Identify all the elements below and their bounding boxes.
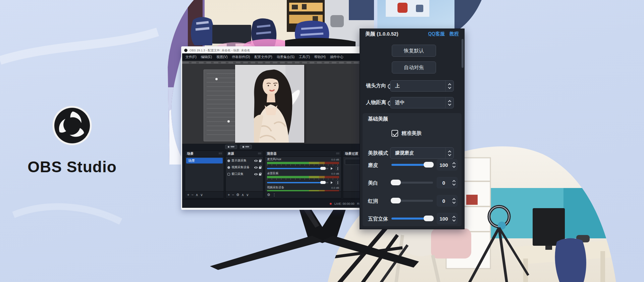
dock-grip-icon xyxy=(336,153,339,155)
whitening-slider[interactable] xyxy=(391,182,433,184)
face-3d-slider[interactable] xyxy=(391,218,433,220)
remove-source-button[interactable]: − xyxy=(232,193,234,197)
dock-grip-icon xyxy=(258,153,261,155)
sources-dock: 来源 显示器采集 视频采集设备 xyxy=(225,150,263,198)
source-properties-button[interactable]: ⚙ xyxy=(236,193,239,197)
scene-down-button[interactable]: ∨ xyxy=(200,193,203,197)
beauty-plugin-panel: 美颜 (1.0.0.52) QQ客服 教程 恢复默认 自动对焦 镜头方向? 上 … xyxy=(360,29,465,229)
remove-scene-button[interactable]: − xyxy=(191,193,193,197)
precise-skin-checkbox-row[interactable]: 精准美肤 xyxy=(391,130,422,137)
person-distance-select[interactable]: 适中 xyxy=(390,97,454,108)
basic-beauty-section: 基础美颜 精准美肤 美肤模式 朦胧磨皮 磨皮 100 美白 0 红润 0 五官 xyxy=(363,113,462,226)
obs-window-title: OBS 29.1.3 - 配置文件: 未命名 - 场景: 未命名 xyxy=(190,48,250,53)
audio-meter xyxy=(267,162,339,164)
panel-scrollbar[interactable] xyxy=(462,39,464,68)
source-item[interactable]: 视频采集设备 xyxy=(226,164,263,170)
portrait-photo xyxy=(235,65,304,143)
source-item[interactable]: 显示器采集 xyxy=(226,158,263,163)
lock-icon[interactable] xyxy=(259,160,261,162)
menu-help[interactable]: 帮助(H) xyxy=(314,55,326,59)
volume-slider[interactable] xyxy=(267,182,328,183)
channel-menu-icon[interactable] xyxy=(336,166,339,171)
live-timer: LIVE: 00:00:00 xyxy=(334,202,355,205)
face-3d-label: 五官立体 xyxy=(368,216,388,222)
smooth-skin-label: 磨皮 xyxy=(368,162,378,169)
spin-down-icon[interactable] xyxy=(452,164,455,168)
spin-down-icon[interactable] xyxy=(452,182,455,186)
menu-edit[interactable]: 编辑(E) xyxy=(201,55,212,59)
scenes-dock-title: 场景 xyxy=(187,151,194,156)
visibility-icon[interactable] xyxy=(254,167,258,169)
dock-grip-icon xyxy=(219,153,222,155)
add-source-button[interactable]: + xyxy=(228,193,230,197)
skin-mode-select[interactable]: 朦胧磨皮 xyxy=(390,147,454,159)
speaker-icon[interactable] xyxy=(331,167,334,170)
source-down-button[interactable]: ∨ xyxy=(246,193,249,197)
display-capture-icon xyxy=(227,159,230,162)
mixer-channel: 桌面音频0.0 dB xyxy=(265,171,341,185)
menu-profile[interactable]: 配置文件(P) xyxy=(254,55,272,59)
window-capture-icon xyxy=(227,173,230,176)
rosy-spinbox[interactable]: 0 xyxy=(437,195,458,206)
whitening-spinbox[interactable]: 0 xyxy=(437,177,458,188)
menu-plugin-center[interactable]: 插件中心 xyxy=(330,55,343,59)
add-scene-button[interactable]: + xyxy=(187,193,189,197)
lock-icon[interactable] xyxy=(259,167,261,169)
audio-mixer-dock: 混音器 麦克风/Aux0.0 dB 桌面音频0.0 dB 视频采集设备0.0 d… xyxy=(265,150,341,198)
smooth-skin-slider[interactable] xyxy=(391,164,433,166)
qq-support-link[interactable]: QQ客服 xyxy=(428,31,445,37)
menu-docks[interactable]: 停靠部件(D) xyxy=(232,55,250,59)
audio-meter xyxy=(267,176,339,178)
checkbox-checked-icon[interactable] xyxy=(391,130,398,137)
studio-mode-chip[interactable] xyxy=(225,145,237,149)
skin-mode-label: 美肤模式 xyxy=(368,150,388,156)
mixer-channel: 视频采集设备0.0 dB xyxy=(265,185,341,191)
rosy-slider[interactable] xyxy=(391,200,433,202)
lock-icon[interactable] xyxy=(259,174,261,176)
autofocus-button[interactable]: 自动对焦 xyxy=(392,61,436,74)
mixer-dock-title: 混音器 xyxy=(267,151,277,156)
obs-window-icon xyxy=(184,49,187,52)
video-capture-icon xyxy=(227,166,230,169)
rosy-label: 红润 xyxy=(368,198,378,204)
visibility-icon[interactable] xyxy=(254,160,258,162)
mixer-menu-button[interactable]: ⋮ xyxy=(272,193,276,197)
source-up-button[interactable]: ∧ xyxy=(241,193,244,197)
camera-direction-label: 镜头方向? xyxy=(366,83,393,89)
tutorial-link[interactable]: 教程 xyxy=(449,31,459,37)
spin-down-icon[interactable] xyxy=(452,200,455,204)
sources-dock-title: 来源 xyxy=(227,151,234,156)
chevron-down-icon xyxy=(448,153,451,156)
audio-meter xyxy=(267,190,339,191)
volume-slider[interactable] xyxy=(267,168,328,169)
speaker-icon[interactable] xyxy=(331,181,334,184)
menu-scene-collection[interactable]: 场景集合(S) xyxy=(277,55,294,59)
visibility-icon[interactable] xyxy=(254,173,258,175)
preview-chip[interactable] xyxy=(240,145,252,149)
camera-direction-select[interactable]: 上 xyxy=(390,80,454,92)
transitions-dock-title: 场景过渡 xyxy=(345,151,358,156)
scene-item-selected[interactable]: 场景 xyxy=(186,158,223,163)
app-name: OBS Studio xyxy=(13,158,131,176)
smooth-skin-spinbox[interactable]: 100 xyxy=(437,159,458,171)
mixer-settings-button[interactable]: ⚙ xyxy=(267,193,270,197)
mixer-channel: 麦克风/Aux0.0 dB xyxy=(265,157,341,171)
live-indicator-icon xyxy=(330,203,332,205)
chevron-down-icon xyxy=(448,102,451,106)
channel-menu-icon[interactable] xyxy=(336,180,339,185)
restore-defaults-button[interactable]: 恢复默认 xyxy=(392,45,436,57)
spin-down-icon[interactable] xyxy=(452,218,455,222)
person-distance-label: 人物距离? xyxy=(366,99,393,106)
beauty-panel-title: 美颜 (1.0.0.52) xyxy=(365,31,398,37)
whitening-label: 美白 xyxy=(368,180,378,186)
obs-logo-icon xyxy=(51,104,94,147)
menu-file[interactable]: 文件(F) xyxy=(185,55,197,59)
menu-tools[interactable]: 工具(T) xyxy=(299,55,310,59)
menu-view[interactable]: 视图(V) xyxy=(216,55,227,59)
source-item[interactable]: 窗口采集 xyxy=(226,171,263,177)
scene-up-button[interactable]: ∧ xyxy=(196,193,198,197)
chevron-down-icon xyxy=(448,86,451,89)
obs-branding: OBS Studio xyxy=(13,104,131,176)
basic-beauty-title: 基础美颜 xyxy=(368,116,388,122)
face-3d-spinbox[interactable]: 100 xyxy=(437,213,458,224)
